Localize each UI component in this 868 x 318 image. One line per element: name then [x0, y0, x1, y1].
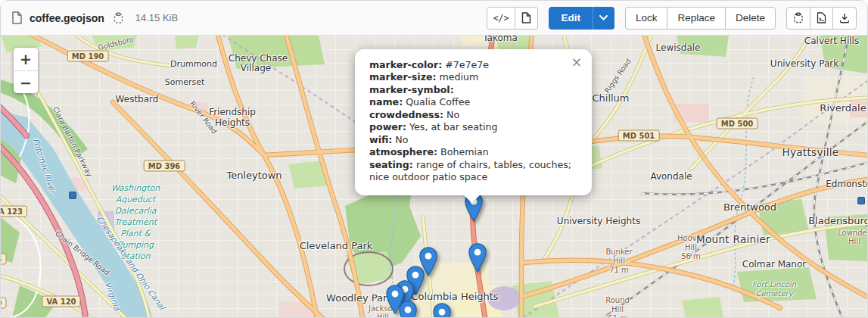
zoom-in-button[interactable]: + [14, 48, 38, 70]
code-icon: </> [493, 13, 509, 23]
copy-path-button[interactable] [111, 11, 126, 26]
edit-split-button: Edit [549, 7, 614, 30]
popup-close-icon[interactable]: × [568, 53, 585, 71]
marker-popup: × marker-color: #7e7e7emarker-size: medi… [355, 49, 592, 195]
delete-button[interactable]: Delete [725, 7, 776, 30]
popup-property-row: name: Qualia Coffee [369, 96, 577, 108]
icon-action-group [786, 7, 857, 30]
download-icon [839, 13, 850, 23]
copy-icon [793, 12, 804, 23]
download-button[interactable] [832, 7, 857, 30]
file-icon [11, 11, 23, 24]
file-action-group: Lock Replace Delete [625, 7, 776, 30]
edit-dropdown-button[interactable] [593, 7, 614, 30]
road-shield: 5 [1, 254, 6, 265]
poi-icon [69, 192, 76, 199]
road-shield: A 123 [1, 206, 27, 217]
geojson-file-viewer: coffee.geojson 14.15 KiB </> [0, 0, 868, 318]
popup-property-row: atmosphere: Bohemian [369, 146, 577, 158]
view-toggle-group: </> [487, 7, 539, 30]
poi-icon [857, 197, 865, 204]
road-shield: MD 190 [67, 51, 109, 62]
file-header-left: coffee.geojson 14.15 KiB [11, 11, 481, 26]
popup-property-row: marker-size: medium [369, 71, 577, 83]
popup-body: marker-color: #7e7e7emarker-size: medium… [369, 59, 577, 184]
file-name: coffee.geojson [30, 12, 104, 24]
map-zoom-control: + − [14, 48, 38, 93]
road-shield: MD 396 [144, 161, 185, 172]
display-source-button[interactable]: </> [487, 7, 516, 30]
popup-property-row: marker-color: #7e7e7e [369, 59, 577, 71]
copy-contents-button[interactable] [786, 7, 810, 30]
lock-button[interactable]: Lock [625, 7, 668, 30]
edit-button[interactable]: Edit [549, 7, 593, 30]
road-shield: MD 500 [717, 118, 758, 129]
chevron-down-icon [599, 15, 608, 20]
popup-property-row: seating: range of chairs, tables, couche… [369, 159, 577, 184]
replace-button[interactable]: Replace [667, 7, 726, 30]
map-marker[interactable] [468, 243, 487, 273]
display-rendered-button[interactable] [515, 7, 538, 30]
file-header-actions: </> Edit Lock Replace D [487, 7, 857, 30]
document-icon [521, 12, 531, 23]
map-marker[interactable] [399, 301, 418, 318]
open-raw-button[interactable] [810, 7, 833, 30]
raw-file-icon [817, 12, 826, 23]
popup-property-row: power: Yes, at bar seating [369, 121, 577, 133]
road-shield: MD 501 [618, 130, 660, 142]
popup-property-row: crowdedness: No [369, 109, 577, 121]
file-header: coffee.geojson 14.15 KiB </> [1, 1, 867, 36]
geojson-map[interactable]: GoldsboroChevy ChaseVillageDrummondSomer… [1, 36, 867, 318]
popup-property-row: marker-symbol: [369, 84, 577, 96]
popup-property-row: wifi: No [369, 134, 577, 146]
file-size: 14.15 KiB [135, 12, 178, 23]
road-shield: 9 [1, 298, 6, 309]
road-shield: VA 120 [42, 296, 80, 307]
map-marker[interactable] [433, 303, 452, 318]
zoom-out-button[interactable]: − [14, 70, 38, 93]
clipboard-icon [113, 12, 124, 24]
